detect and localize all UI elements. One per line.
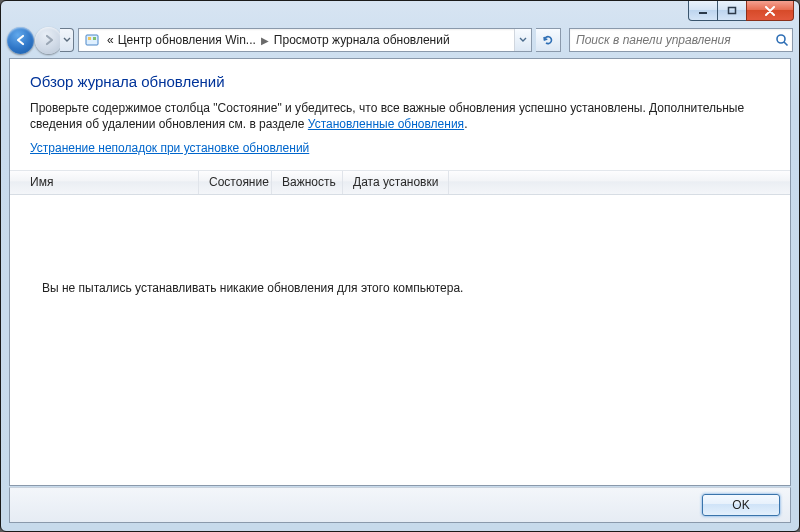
breadcrumb-separator-icon: ▶ <box>258 35 272 46</box>
maximize-icon <box>727 6 737 15</box>
footer-bar: OK <box>9 487 791 523</box>
chevron-down-icon <box>63 37 71 43</box>
breadcrumb-item-1[interactable]: Центр обновления Win... <box>116 33 258 47</box>
column-headers: Имя Состояние Важность Дата установки <box>10 170 790 195</box>
svg-rect-3 <box>88 37 91 40</box>
window-frame: « Центр обновления Win... ▶ Просмотр жур… <box>0 0 800 532</box>
column-header-date[interactable]: Дата установки <box>343 171 449 194</box>
address-bar[interactable]: « Центр обновления Win... ▶ Просмотр жур… <box>78 28 532 52</box>
minimize-button[interactable] <box>688 1 718 21</box>
column-header-severity[interactable]: Важность <box>272 171 343 194</box>
window-controls <box>689 1 794 21</box>
navigation-bar: « Центр обновления Win... ▶ Просмотр жур… <box>1 24 799 58</box>
search-icon[interactable] <box>772 33 792 47</box>
svg-line-6 <box>784 42 788 46</box>
address-dropdown-button[interactable] <box>514 29 531 51</box>
control-panel-icon <box>83 32 101 48</box>
breadcrumb-prefix: « <box>105 33 116 47</box>
svg-rect-4 <box>93 37 96 40</box>
titlebar[interactable] <box>1 1 799 24</box>
nav-history-buttons <box>7 27 74 54</box>
client-area: Обзор журнала обновлений Проверьте содер… <box>9 58 791 486</box>
close-button[interactable] <box>746 1 794 21</box>
svg-rect-0 <box>699 12 707 14</box>
chevron-down-icon <box>519 37 527 43</box>
ok-button[interactable]: OK <box>702 494 780 516</box>
close-icon <box>764 6 776 16</box>
svg-point-5 <box>777 35 785 43</box>
column-header-state[interactable]: Состояние <box>199 171 272 194</box>
troubleshoot-link[interactable]: Устранение неполадок при установке обнов… <box>30 141 309 155</box>
refresh-icon <box>541 33 555 47</box>
breadcrumb-item-2[interactable]: Просмотр журнала обновлений <box>272 33 452 47</box>
arrow-left-icon <box>14 33 28 47</box>
forward-button[interactable] <box>35 27 62 54</box>
minimize-icon <box>698 7 708 15</box>
page-title: Обзор журнала обновлений <box>30 73 770 90</box>
svg-rect-2 <box>86 35 98 45</box>
column-header-name[interactable]: Имя <box>10 171 199 194</box>
refresh-button[interactable] <box>536 28 561 52</box>
intro-text: Проверьте содержимое столбца "Состояние"… <box>30 100 770 132</box>
empty-list-message: Вы не пытались устанавливать никакие обн… <box>30 195 770 295</box>
search-box[interactable] <box>569 28 793 52</box>
intro-text-end: . <box>464 117 467 131</box>
arrow-right-icon <box>42 33 56 47</box>
search-input[interactable] <box>570 33 772 47</box>
history-dropdown-button[interactable] <box>60 28 74 52</box>
installed-updates-link[interactable]: Установленные обновления <box>308 117 464 131</box>
maximize-button[interactable] <box>717 1 747 21</box>
back-button[interactable] <box>7 27 34 54</box>
svg-rect-1 <box>729 8 736 14</box>
